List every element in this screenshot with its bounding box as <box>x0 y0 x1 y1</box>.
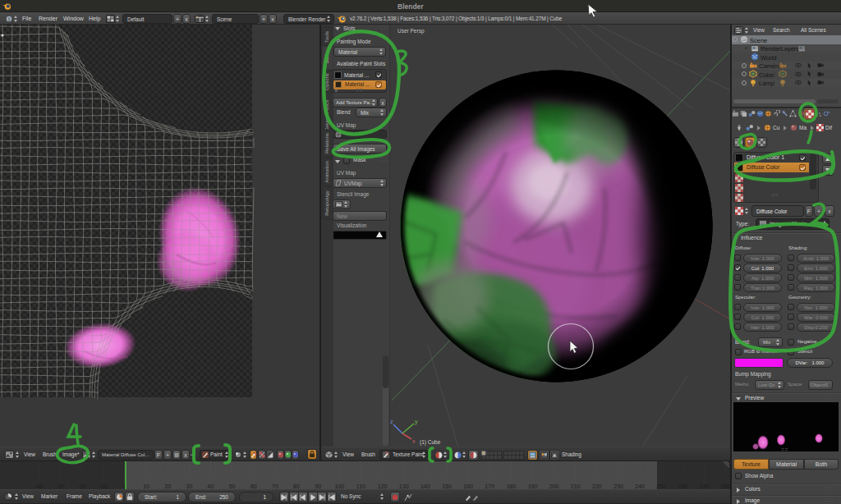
svg-text:280: 280 <box>721 483 730 489</box>
svg-text:50: 50 <box>229 483 236 489</box>
svg-text:180: 180 <box>506 483 516 489</box>
svg-text:140: 140 <box>420 483 430 489</box>
svg-text:10: 10 <box>143 483 149 489</box>
svg-text:-30: -30 <box>57 483 65 489</box>
svg-text:x: x <box>412 438 416 444</box>
svg-text:80: 80 <box>293 483 300 489</box>
svg-text:Grease Pencil: Grease Pencil <box>324 100 329 131</box>
svg-text:Slots: Slots <box>324 53 329 63</box>
svg-text:200: 200 <box>549 483 559 489</box>
svg-text:150: 150 <box>442 483 452 489</box>
svg-text:250: 250 <box>656 483 666 489</box>
svg-text:120: 120 <box>378 483 388 489</box>
svg-text:220: 220 <box>592 483 602 489</box>
svg-text:Animation: Animation <box>324 161 329 183</box>
svg-text:230: 230 <box>614 483 623 489</box>
svg-text:Tools: Tools <box>324 31 329 43</box>
svg-text:110: 110 <box>356 483 365 489</box>
svg-text:130: 130 <box>399 483 409 489</box>
svg-text:70: 70 <box>272 483 278 489</box>
svg-text:100: 100 <box>334 483 344 489</box>
svg-text:160: 160 <box>463 483 473 489</box>
svg-text:z: z <box>390 419 393 424</box>
svg-text:240: 240 <box>635 483 645 489</box>
svg-text:190: 190 <box>528 483 538 489</box>
svg-text:270: 270 <box>700 483 710 489</box>
svg-text:210: 210 <box>571 483 581 489</box>
svg-text:-40: -40 <box>34 483 43 489</box>
svg-text:Retopology: Retopology <box>324 190 329 215</box>
svg-text:260: 260 <box>678 483 688 489</box>
svg-text:-10: -10 <box>99 483 108 489</box>
svg-text:40: 40 <box>208 483 214 489</box>
svg-text:60: 60 <box>250 483 257 489</box>
svg-text:30: 30 <box>186 483 193 489</box>
svg-text:90: 90 <box>315 483 321 489</box>
svg-text:Options: Options <box>324 73 329 90</box>
svg-text:170: 170 <box>485 483 494 489</box>
svg-text:Relations: Relations <box>324 133 329 153</box>
svg-text:20: 20 <box>164 483 171 489</box>
svg-text:-20: -20 <box>78 483 86 489</box>
svg-text:y: y <box>415 419 418 425</box>
